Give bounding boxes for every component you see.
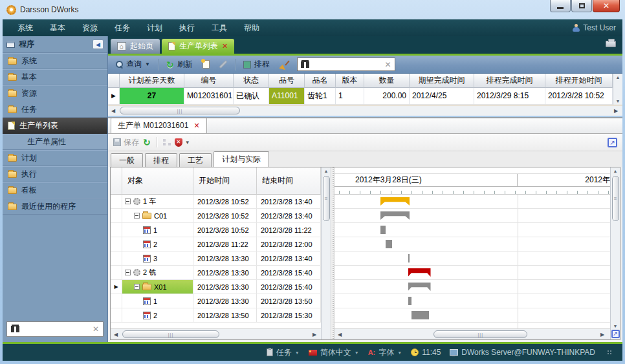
- column-header-3[interactable]: 状态: [234, 74, 269, 88]
- tree-column-header-2[interactable]: 开始时间: [193, 167, 257, 195]
- scroll-left-icon[interactable]: ◀: [111, 332, 121, 337]
- gantt-bar-1[interactable]: [380, 197, 410, 206]
- scroll-right-icon[interactable]: ▶: [309, 332, 320, 337]
- tree-node[interactable]: 1: [122, 294, 193, 308]
- maximize-button[interactable]: [571, 0, 592, 12]
- tab-production-order-list[interactable]: 生产单列表✕: [162, 39, 234, 54]
- sidebar-item-task[interactable]: 任务: [3, 102, 107, 118]
- gantt-expand-icon[interactable]: ↗: [611, 330, 620, 338]
- expander-icon[interactable]: [134, 213, 140, 219]
- tree-column-header-1[interactable]: 对象: [122, 167, 193, 195]
- gantt-bar-4[interactable]: [386, 240, 392, 248]
- menu-help[interactable]: 帮助: [236, 23, 268, 32]
- tree-row-3[interactable]: 12012/3/28 10:522012/3/28 11:22: [111, 223, 321, 237]
- tree-vscroll-thumb[interactable]: ≡: [323, 176, 330, 221]
- order-cell-4[interactable]: A11001: [269, 88, 305, 105]
- user-menu[interactable]: Test User: [573, 23, 616, 32]
- order-row[interactable]: ▶27M012031601已确认A11001齿轮11200.002012/4/2…: [108, 88, 613, 105]
- tree-column-header-3[interactable]: 结束时间: [257, 167, 321, 195]
- order-cell-7[interactable]: 200.00: [364, 88, 410, 105]
- sidebar-search-input[interactable]: [23, 325, 89, 334]
- detail-document-tab[interactable]: 生产单 M012031601 ✕: [111, 118, 207, 133]
- sidebar-item-basic[interactable]: 基本: [3, 69, 107, 85]
- expander-icon[interactable]: [134, 284, 140, 290]
- detail-tab-schedule[interactable]: 排程: [145, 153, 177, 167]
- tab-close-icon[interactable]: ✕: [222, 42, 228, 50]
- clear-schedule-button[interactable]: [276, 58, 292, 71]
- scroll-down-icon[interactable]: ▼: [616, 99, 620, 103]
- scroll-up-icon[interactable]: ▲: [616, 75, 620, 80]
- stop-dropdown-caret[interactable]: ▼: [185, 140, 190, 145]
- gantt-hscroll-thumb[interactable]: |||: [433, 330, 527, 338]
- schedule-button[interactable]: 排程: [239, 57, 274, 72]
- tree-node[interactable]: 2: [122, 237, 193, 251]
- tab-home-page[interactable]: ⌂起始页: [111, 39, 160, 54]
- order-cell-8[interactable]: 2012/4/25: [410, 88, 474, 105]
- sidebar-search-clear-icon[interactable]: ✕: [93, 325, 99, 334]
- refresh-button[interactable]: ↻ 刷新: [162, 57, 197, 72]
- order-cell-5[interactable]: 齿轮1: [305, 88, 336, 105]
- sidebar-item-execute[interactable]: 执行: [3, 166, 107, 182]
- menu-tools[interactable]: 工具: [203, 23, 236, 32]
- order-cell-10[interactable]: 2012/3/28 10:52: [545, 88, 613, 105]
- save-button[interactable]: 保存: [113, 137, 139, 148]
- tree-node[interactable]: 1: [122, 223, 193, 237]
- detail-tab-close-icon[interactable]: ✕: [193, 122, 199, 130]
- resize-grip[interactable]: [607, 350, 612, 355]
- tree-node[interactable]: X01: [122, 280, 193, 294]
- tree-node[interactable]: C01: [122, 209, 193, 222]
- column-header-5[interactable]: 品名: [305, 74, 336, 88]
- grid-vertical-scrollbar[interactable]: ▲ ▼: [613, 74, 622, 105]
- gantt-bar-3[interactable]: [380, 226, 386, 234]
- detail-tab-general[interactable]: 一般: [111, 153, 143, 167]
- dropdown-caret-icon[interactable]: ▼: [397, 350, 402, 355]
- column-header-4[interactable]: 品号: [269, 74, 305, 88]
- column-header-2[interactable]: 编号: [184, 74, 234, 88]
- sidebar-item-production-order-list[interactable]: 生产单列表: [3, 118, 107, 134]
- grid-horizontal-scrollbar[interactable]: ◀ ||| ▶: [108, 105, 622, 116]
- tree-horizontal-scrollbar[interactable]: ◀ ||| ▶: [111, 328, 321, 339]
- sidebar-item-plan[interactable]: 计划: [3, 150, 107, 166]
- status-language[interactable]: 简体中文▼: [309, 347, 359, 358]
- gantt-bar-5[interactable]: [408, 254, 410, 262]
- sidebar-item-recent-programs[interactable]: 最近使用的程序: [3, 198, 107, 215]
- column-header-8[interactable]: 期望完成时间: [410, 74, 474, 88]
- dropdown-caret-icon[interactable]: ▼: [355, 350, 359, 355]
- tree-row-5[interactable]: 32012/3/28 13:302012/3/28 13:40: [111, 252, 321, 266]
- sidebar-item-resource[interactable]: 资源: [3, 85, 107, 102]
- flow-button[interactable]: [163, 139, 171, 145]
- column-header-7[interactable]: 数量: [364, 74, 410, 88]
- tree-row-7[interactable]: ▶X012012/3/28 13:302012/3/28 15:40: [111, 280, 321, 294]
- gantt-bar-9[interactable]: [411, 311, 429, 319]
- edit-button[interactable]: [215, 58, 231, 70]
- sidebar-item-system[interactable]: 系统: [3, 53, 107, 69]
- tree-node[interactable]: 2 铣: [122, 266, 193, 279]
- tree-hscroll-thumb[interactable]: |||: [122, 330, 219, 338]
- detail-refresh-button[interactable]: ↻: [143, 138, 151, 146]
- menu-system[interactable]: 系统: [9, 23, 41, 32]
- scroll-up-icon[interactable]: ▲: [324, 169, 329, 173]
- tree-vertical-scrollbar[interactable]: ▲ ≡: [321, 167, 331, 339]
- close-button[interactable]: ✕: [593, 0, 620, 12]
- tree-node[interactable]: 2: [122, 308, 193, 322]
- column-header-10[interactable]: 排程开始时间: [545, 74, 613, 88]
- menu-task[interactable]: 任务: [106, 23, 138, 32]
- gantt-horizontal-scrollbar[interactable]: ◀ ||| ▶: [334, 328, 610, 339]
- tree-row-8[interactable]: 12012/3/28 13:302012/3/28 13:50: [111, 294, 321, 308]
- order-cell-3[interactable]: 已确认: [234, 88, 269, 105]
- tree-row-6[interactable]: 2 铣2012/3/28 13:302012/3/28 15:40: [111, 266, 321, 280]
- gantt-vscroll-thumb[interactable]: ≡: [612, 176, 619, 221]
- expander-icon[interactable]: [125, 270, 131, 275]
- sidebar-item-kanban[interactable]: 看板: [3, 182, 107, 198]
- status-font[interactable]: A:字体▼: [368, 347, 402, 358]
- tree-node[interactable]: 3: [122, 252, 193, 265]
- expander-icon[interactable]: [125, 198, 131, 204]
- menu-basic[interactable]: 基本: [41, 23, 74, 32]
- gantt-bar-6[interactable]: [408, 268, 431, 277]
- gantt-bar-7[interactable]: [408, 283, 431, 291]
- detail-tab-process[interactable]: 工艺: [179, 153, 212, 167]
- printer-icon[interactable]: [606, 41, 616, 47]
- menu-execute[interactable]: 执行: [171, 23, 203, 32]
- scroll-left-icon[interactable]: ◀: [334, 332, 345, 337]
- column-header-6[interactable]: 版本: [336, 74, 364, 88]
